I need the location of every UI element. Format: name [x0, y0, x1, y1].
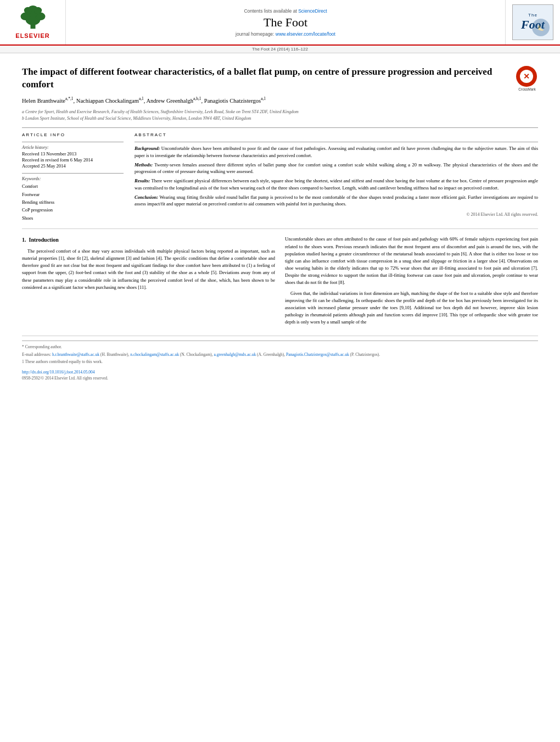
section1-heading: 1. Introduction — [22, 236, 275, 244]
body-para-1: The perceived comfort of a shoe may vary… — [22, 248, 275, 291]
footer-section: * Corresponding author. E-mail addresses… — [22, 336, 538, 381]
body-col-left: 1. Introduction The perceived comfort of… — [22, 236, 275, 329]
foot-logo: The Foot 🦶 — [505, 0, 560, 44]
abstract-heading: ABSTRACT — [135, 132, 538, 137]
abstract-panel: ABSTRACT Background: Uncomfortable shoes… — [135, 132, 538, 222]
body-para-3: Given that, the individual variations in… — [285, 290, 538, 326]
received-date: Received 13 November 2013 — [22, 151, 124, 157]
revised-date: Received in revised form 6 May 2014 — [22, 157, 124, 163]
journal-homepage: journal homepage: www.elsevier.com/locat… — [236, 31, 335, 37]
body-para-2: Uncomfortable shoes are often attributed… — [285, 236, 538, 286]
equal-contrib-note: 1 These authors contributed equally to t… — [22, 359, 538, 365]
abstract-copyright: © 2014 Elsevier Ltd. All rights reserved… — [135, 212, 538, 217]
svg-point-7 — [28, 5, 37, 12]
email-link-3[interactable]: a.greenhalgh@mdx.ac.uk — [214, 352, 256, 357]
body-section: 1. Introduction The perceived comfort of… — [22, 236, 538, 329]
email-link-2[interactable]: n.chockalingam@staffs.ac.uk — [130, 352, 179, 357]
svg-text:🦶: 🦶 — [537, 25, 545, 32]
affiliations: a Centre for Sport, Health and Exercise … — [22, 109, 538, 122]
corresponding-author-note: * Corresponding author. — [22, 344, 538, 350]
article-history-label: Article history: — [22, 145, 124, 150]
sciencedirect-link[interactable]: ScienceDirect — [298, 8, 327, 14]
issn-line: 0958-2592/© 2014 Elsevier Ltd. All right… — [22, 375, 538, 381]
email-link-4[interactable]: Panagiotis.Chatzistergos@staffs.ac.uk — [286, 352, 349, 357]
abstract-text: Background: Uncomfortable shoes have bee… — [135, 145, 538, 208]
keywords-list: Comfort Footwear Bending stiffness CoP p… — [22, 182, 124, 222]
authors: Helen Branthwaitea,*,1, Nachiappan Chock… — [22, 96, 538, 105]
journal-center: Contents lists available at ScienceDirec… — [66, 0, 505, 44]
email-addresses: E-mail addresses: h.r.branthwaite@staffs… — [22, 352, 538, 358]
journal-header: ELSEVIER Contents lists available at Sci… — [0, 0, 560, 46]
elsevier-logo: ELSEVIER — [0, 0, 66, 44]
citation-bar: The Foot 24 (2014) 116–122 — [0, 46, 560, 53]
doi-line: http://dx.doi.org/10.1016/j.foot.2014.05… — [22, 369, 538, 375]
keywords-heading: Keywords: — [22, 176, 124, 181]
accepted-date: Accepted 25 May 2014 — [22, 163, 124, 169]
article-title: The impact of different footwear charact… — [22, 66, 508, 91]
doi-link[interactable]: http://dx.doi.org/10.1016/j.foot.2014.05… — [22, 370, 95, 375]
article-info-panel: ARTICLE INFO Article history: Received 1… — [22, 132, 124, 222]
journal-title: The Foot — [264, 15, 307, 30]
article-info-heading: ARTICLE INFO — [22, 132, 124, 137]
crossmark-badge: ✕ CrossMark — [516, 66, 538, 88]
sciencedirect-line: Contents lists available at ScienceDirec… — [244, 8, 327, 14]
email-link-1[interactable]: h.r.branthwaite@staffs.ac.uk — [52, 352, 99, 357]
homepage-link[interactable]: www.elsevier.com/locate/foot — [276, 31, 335, 37]
elsevier-wordmark: ELSEVIER — [14, 32, 52, 39]
article-title-section: The impact of different footwear charact… — [22, 66, 538, 91]
body-col-right: Uncomfortable shoes are often attributed… — [285, 236, 538, 329]
